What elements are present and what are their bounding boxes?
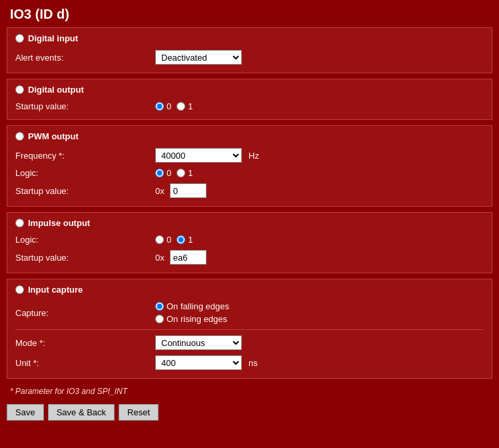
pwm-startup-prefix: 0x: [155, 186, 165, 196]
section-pwm-output: PWM output Frequency *: 40000 20000 1000…: [7, 125, 492, 207]
digital-startup-radio-1[interactable]: [177, 102, 185, 111]
impulse-logic-1: 1: [177, 235, 193, 245]
impulse-logic-label: Logic:: [15, 235, 155, 245]
digital-startup-0: 0: [155, 101, 171, 111]
impulse-startup-label: Startup value:: [15, 253, 155, 263]
alert-events-control: Deactivated Activated Rising edge Fallin…: [155, 50, 242, 65]
impulse-logic-radio-0[interactable]: [155, 235, 164, 244]
impulse-startup-row: Startup value: 0x: [15, 247, 484, 267]
digital-startup-radio-0[interactable]: [155, 102, 164, 111]
capture-falling: On falling edges: [155, 301, 229, 311]
input-capture-radio[interactable]: [15, 285, 24, 294]
capture-row: Capture: On falling edges On rising edge…: [15, 299, 484, 327]
unit-row: Unit *: 400 200 100 ns: [15, 353, 484, 373]
digital-output-label: Digital output: [28, 85, 84, 95]
pwm-output-radio[interactable]: [15, 132, 24, 141]
capture-control: On falling edges On rising edges: [155, 301, 229, 324]
pwm-startup-row: Startup value: 0x: [15, 181, 484, 201]
footer-note: * Parameter for IO3 and SPI_INT: [0, 384, 499, 399]
impulse-startup-control: 0x: [155, 250, 207, 265]
pwm-frequency-row: Frequency *: 40000 20000 10000 5000 Hz: [15, 145, 484, 165]
pwm-logic-1-label: 1: [188, 168, 193, 178]
capture-falling-label: On falling edges: [167, 301, 229, 311]
pwm-startup-label: Startup value:: [15, 186, 155, 196]
section-digital-input: Digital input Alert events: Deactivated …: [7, 27, 492, 73]
pwm-logic-radio-0[interactable]: [155, 169, 164, 177]
ns-label: ns: [249, 358, 258, 368]
digital-startup-1-label: 1: [188, 101, 193, 111]
digital-startup-row: Startup value: 0 1: [15, 99, 484, 114]
digital-input-label: Digital input: [28, 33, 78, 43]
page-title: IO3 (ID d): [0, 0, 499, 27]
pwm-logic-radio-1[interactable]: [177, 169, 185, 177]
section-divider: [15, 329, 484, 330]
digital-startup-0-label: 0: [167, 101, 171, 111]
alert-events-label: Alert events:: [15, 53, 155, 63]
capture-rising-radio[interactable]: [155, 315, 164, 323]
pwm-startup-control: 0x: [155, 183, 207, 198]
input-capture-header: Input capture: [15, 285, 484, 295]
mode-control: Continuous Single Multi: [155, 335, 242, 350]
unit-select[interactable]: 400 200 100: [155, 355, 242, 370]
alert-events-row: Alert events: Deactivated Activated Risi…: [15, 47, 484, 67]
digital-startup-control: 0 1: [155, 101, 193, 111]
capture-label: Capture:: [15, 308, 155, 318]
capture-falling-radio[interactable]: [155, 302, 164, 311]
capture-options: On falling edges On rising edges: [155, 301, 229, 324]
save-button[interactable]: Save: [7, 404, 44, 421]
mode-select[interactable]: Continuous Single Multi: [155, 335, 242, 350]
reset-button[interactable]: Reset: [119, 404, 159, 421]
section-impulse-output: Impulse output Logic: 0 1 Startup value:…: [7, 212, 492, 273]
pwm-logic-control: 0 1: [155, 168, 193, 178]
capture-rising-label: On rising edges: [167, 314, 227, 324]
impulse-startup-input[interactable]: [170, 250, 207, 265]
pwm-logic-label: Logic:: [15, 168, 155, 178]
pwm-startup-input[interactable]: [170, 183, 207, 198]
impulse-logic-row: Logic: 0 1: [15, 232, 484, 247]
pwm-frequency-select[interactable]: 40000 20000 10000 5000: [155, 148, 242, 163]
digital-startup-label: Startup value:: [15, 101, 155, 111]
pwm-logic-row: Logic: 0 1: [15, 165, 484, 181]
unit-control: 400 200 100 ns: [155, 355, 258, 370]
impulse-output-header: Impulse output: [15, 218, 484, 228]
capture-rising: On rising edges: [155, 314, 229, 324]
mode-row: Mode *: Continuous Single Multi: [15, 333, 484, 353]
pwm-logic-0-label: 0: [167, 168, 171, 178]
footer-note-text: * Parameter for IO3 and SPI_INT: [10, 387, 127, 396]
input-capture-label: Input capture: [28, 285, 83, 295]
digital-startup-1: 1: [177, 101, 193, 111]
impulse-startup-prefix: 0x: [155, 253, 165, 263]
impulse-logic-0: 0: [155, 235, 171, 245]
section-input-capture: Input capture Capture: On falling edges …: [7, 279, 492, 379]
section-digital-output: Digital output Startup value: 0 1: [7, 79, 492, 120]
pwm-logic-0: 0: [155, 168, 171, 178]
pwm-frequency-label: Frequency *:: [15, 151, 155, 161]
impulse-output-radio[interactable]: [15, 219, 24, 227]
save-back-button[interactable]: Save & Back: [48, 404, 115, 421]
pwm-output-label: PWM output: [28, 131, 79, 141]
digital-input-radio[interactable]: [15, 34, 24, 43]
impulse-logic-1-label: 1: [188, 235, 193, 245]
digital-output-radio[interactable]: [15, 85, 24, 94]
digital-input-header: Digital input: [15, 33, 484, 43]
hz-label: Hz: [249, 151, 259, 161]
impulse-logic-radio-1[interactable]: [177, 235, 185, 244]
pwm-frequency-control: 40000 20000 10000 5000 Hz: [155, 148, 259, 163]
impulse-logic-control: 0 1: [155, 235, 193, 245]
impulse-output-label: Impulse output: [28, 218, 90, 228]
unit-label: Unit *:: [15, 358, 155, 368]
pwm-logic-1: 1: [177, 168, 193, 178]
impulse-logic-0-label: 0: [167, 235, 171, 245]
digital-output-header: Digital output: [15, 85, 484, 95]
mode-label: Mode *:: [15, 338, 155, 348]
button-bar: Save Save & Back Reset: [0, 399, 499, 426]
pwm-output-header: PWM output: [15, 131, 484, 141]
alert-events-select[interactable]: Deactivated Activated Rising edge Fallin…: [155, 50, 242, 65]
